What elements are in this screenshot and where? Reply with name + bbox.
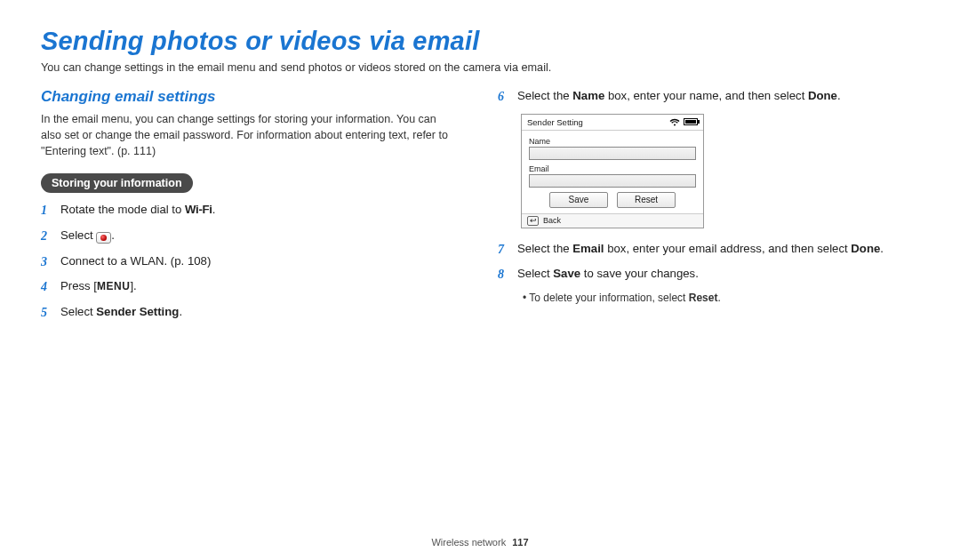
text-fragment: . bbox=[880, 242, 884, 255]
email-app-icon bbox=[96, 232, 111, 244]
step-7: 7 Select the Email box, enter your email… bbox=[498, 241, 919, 259]
step-number: 4 bbox=[41, 278, 60, 296]
back-label: Back bbox=[543, 216, 561, 225]
steps-list-right: 6 Select the Name box, enter your name, … bbox=[498, 88, 919, 106]
email-input[interactable] bbox=[529, 174, 696, 188]
step-number: 7 bbox=[498, 241, 517, 259]
step-text: Rotate the mode dial to Wi-Fi. bbox=[60, 202, 462, 218]
text-fragment: box, enter your email address, and then … bbox=[604, 242, 852, 255]
step-text: Select . bbox=[60, 228, 462, 244]
wifi-mode-glyph: Wi-Fi bbox=[185, 203, 212, 216]
step-text: Select the Email box, enter your email a… bbox=[517, 241, 919, 257]
step-3: 3 Connect to a WLAN. (p. 108) bbox=[41, 253, 462, 271]
right-column: 6 Select the Name box, enter your name, … bbox=[498, 88, 919, 329]
manual-page: Sending photos or videos via email You c… bbox=[0, 0, 960, 560]
device-title: Sender Setting bbox=[527, 117, 583, 127]
text-fragment: Select bbox=[60, 228, 96, 242]
step-text: Select the Name box, enter your name, an… bbox=[517, 88, 919, 104]
bold-term: Sender Setting bbox=[96, 305, 179, 318]
steps-list-left: 1 Rotate the mode dial to Wi-Fi. 2 Selec… bbox=[41, 202, 462, 321]
email-field-label: Email bbox=[529, 164, 696, 173]
text-fragment: To delete your information, select bbox=[529, 292, 688, 304]
text-fragment: ]. bbox=[130, 279, 136, 292]
bold-term: Name bbox=[572, 89, 604, 102]
text-fragment: Select bbox=[60, 305, 96, 318]
text-fragment: box, enter your name, and then select bbox=[604, 89, 808, 102]
text-fragment: . bbox=[179, 305, 182, 318]
note-bullet: To delete your information, select Reset… bbox=[523, 292, 919, 304]
battery-icon bbox=[684, 118, 698, 125]
step-text: Connect to a WLAN. (p. 108) bbox=[60, 253, 462, 269]
wifi-signal-icon bbox=[669, 118, 680, 126]
step-number: 1 bbox=[41, 202, 60, 220]
left-column: Changing email settings In the email men… bbox=[41, 88, 462, 329]
name-field-label: Name bbox=[529, 137, 696, 146]
device-titlebar: Sender Setting bbox=[522, 115, 703, 131]
device-body: Name Email Save Reset bbox=[522, 131, 703, 213]
bold-term: Done bbox=[851, 242, 880, 255]
intro-text: You can change settings in the email men… bbox=[41, 61, 919, 74]
bold-term: Save bbox=[553, 267, 580, 280]
subsection-pill: Storing your information bbox=[41, 173, 193, 193]
back-icon[interactable]: ↩ bbox=[527, 216, 539, 226]
page-number: 117 bbox=[512, 537, 528, 548]
text-fragment: . bbox=[111, 228, 115, 242]
step-number: 5 bbox=[41, 304, 60, 322]
step-text: Select Save to save your changes. bbox=[517, 266, 919, 282]
text-fragment: . bbox=[837, 89, 841, 102]
two-column-layout: Changing email settings In the email men… bbox=[41, 88, 919, 329]
text-fragment: Select bbox=[517, 267, 553, 280]
text-fragment: Rotate the mode dial to bbox=[60, 203, 185, 216]
bold-term: Reset bbox=[689, 292, 718, 304]
section-heading: Changing email settings bbox=[41, 88, 462, 106]
menu-button-glyph: MENU bbox=[97, 280, 130, 292]
text-fragment: to save your changes. bbox=[580, 267, 699, 280]
name-input[interactable] bbox=[529, 147, 696, 160]
page-footer: Wireless network 117 bbox=[0, 537, 960, 548]
reset-button[interactable]: Reset bbox=[617, 192, 676, 208]
device-screenshot: Sender Setting Name Email Save bbox=[521, 114, 704, 228]
bold-term: Done bbox=[808, 89, 837, 102]
footer-section: Wireless network bbox=[431, 537, 506, 548]
step-number: 3 bbox=[41, 253, 60, 271]
save-button[interactable]: Save bbox=[549, 192, 608, 208]
steps-list-right-continued: 7 Select the Email box, enter your email… bbox=[498, 241, 919, 284]
device-button-row: Save Reset bbox=[529, 192, 696, 208]
step-8: 8 Select Save to save your changes. bbox=[498, 266, 919, 284]
text-fragment: . bbox=[212, 203, 216, 216]
text-fragment: Select the bbox=[517, 242, 572, 255]
section-paragraph: In the email menu, you can change settin… bbox=[41, 111, 459, 159]
text-fragment: Press [ bbox=[60, 279, 97, 292]
step-4: 4 Press [MENU]. bbox=[41, 278, 462, 296]
step-5: 5 Select Sender Setting. bbox=[41, 304, 462, 322]
step-number: 2 bbox=[41, 228, 60, 245]
device-status-icons bbox=[669, 118, 698, 126]
text-fragment: Select the bbox=[517, 89, 572, 102]
step-6: 6 Select the Name box, enter your name, … bbox=[498, 88, 919, 106]
step-1: 1 Rotate the mode dial to Wi-Fi. bbox=[41, 202, 462, 220]
text-fragment: . bbox=[717, 292, 720, 304]
bold-term: Email bbox=[572, 242, 604, 255]
step-text: Select Sender Setting. bbox=[60, 304, 462, 320]
step-text: Press [MENU]. bbox=[60, 278, 462, 294]
step-number: 6 bbox=[498, 88, 517, 106]
step-number: 8 bbox=[498, 266, 517, 284]
page-title: Sending photos or videos via email bbox=[41, 27, 919, 56]
device-footer: ↩ Back bbox=[522, 213, 703, 228]
step-2: 2 Select . bbox=[41, 228, 462, 245]
